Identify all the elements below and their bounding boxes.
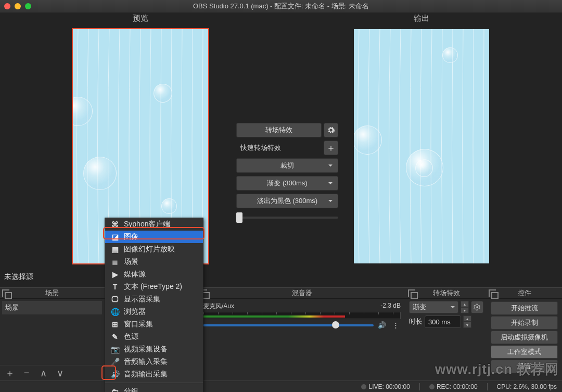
menu-item[interactable]: ▶媒体源 [105,268,203,281]
mixer-dock: 麦克风/Aux -2.3 dB 🔊 ⋮ [198,299,406,381]
menu-item-label: 文本 (FreeType 2) [124,282,182,292]
menu-item[interactable]: ◪图像 [105,231,203,243]
dock-header-mixer[interactable]: 混音器 [198,287,406,299]
dock-header-transitions[interactable]: 转场特效 [406,287,487,299]
add-scene-button[interactable]: ＋ [4,368,16,379]
transition-select[interactable]: 渐变 [409,301,458,313]
menu-item-label: 场景 [124,257,138,267]
menu-item-label: 图像 [124,232,138,242]
status-cpu: CPU: 2.6%, 30.00 fps [497,383,557,390]
menu-item-label: Syphon客户端 [124,220,170,229]
menu-item[interactable]: ▤图像幻灯片放映 [105,243,203,256]
dock-header-controls[interactable]: 控件 [487,287,562,299]
vu-meter [203,312,401,319]
volume-slider[interactable] [203,324,374,326]
menu-item[interactable]: 📷视频采集设备 [105,343,203,356]
scenes-dock: 场景 ＋ − ∧ ∨ [0,299,104,381]
plus-icon[interactable]: ＋ [324,141,338,155]
menu-item-icon: ✎ [110,333,120,341]
svg-point-1 [476,306,478,308]
gear-icon[interactable] [324,123,338,137]
menu-item[interactable]: ⊞窗口采集 [105,318,203,331]
status-bar: LIVE: 00:00:00 REC: 00:00:00 CPU: 2.6%, … [0,381,562,392]
menu-item-icon: ▤ [110,245,120,254]
scene-up-button[interactable]: ∧ [37,368,49,379]
menu-item[interactable]: 🌐浏览器 [105,306,203,318]
status-rec: REC: 00:00:00 [437,383,478,390]
menu-item-icon: 🔊 [110,370,120,378]
menu-item[interactable]: 🔊音频输出采集 [105,368,203,381]
mixer-channel-level: -2.3 dB [380,302,401,311]
status-live: LIVE: 00:00:00 [368,383,410,390]
menu-item-icon: 📷 [110,345,120,353]
titlebar: OBS Studio 27.0.1 (mac) - 配置文件: 未命名 - 场景… [0,0,562,12]
output-label: 输出 [281,12,562,24]
preview-label: 预览 [0,12,281,24]
menu-item-label: 图像幻灯片放映 [124,245,175,254]
menu-item-label: 分组 [124,387,138,392]
menu-item-icon: ⊞ [110,320,120,328]
transition-button[interactable]: 转场特效 [236,123,322,137]
output-canvas[interactable] [354,29,489,263]
transition-slider[interactable] [236,211,338,224]
remove-scene-button[interactable]: − [21,368,32,379]
menu-item-label: 媒体源 [124,270,146,279]
quick-transition-select-1[interactable]: 裁切 [236,158,338,173]
gear-icon[interactable] [471,301,483,313]
transition-spinner[interactable]: ▲▼ [461,301,469,313]
menu-item-icon: 🌐 [110,308,120,316]
menu-item-label: 音频输入采集 [124,357,168,366]
menu-item[interactable]: T文本 (FreeType 2) [105,281,203,293]
view-header: 预览 输出 [0,12,562,24]
scenes-toolbar: ＋ − ∧ ∨ [0,365,104,381]
scene-item[interactable]: 场景 [2,301,102,314]
quick-transition-label: 快速转场特效 [236,141,322,155]
speaker-icon[interactable]: 🔊 [377,321,387,329]
menu-item-icon: ≣ [110,258,120,266]
duration-input[interactable] [425,315,461,328]
preview-area: 转场特效 快速转场特效 ＋ 裁切 渐变 (300ms) 淡出为黑色 (300ms… [0,24,562,269]
menu-item-icon: 🎤 [110,358,120,366]
quick-transition-select-3[interactable]: 淡出为黑色 (300ms) [236,194,338,208]
menu-item[interactable]: ≣场景 [105,256,203,268]
menu-item-label: 音频输出采集 [124,370,168,379]
scene-down-button[interactable]: ∨ [54,368,66,379]
duration-label: 时长 [409,317,423,326]
rec-dot-icon [429,384,435,389]
menu-item-label: 窗口采集 [124,320,153,329]
studio-mode-button[interactable]: 工作室模式 [491,345,558,359]
dock-header-scenes[interactable]: 场景 [0,287,104,299]
menu-item-label: 视频采集设备 [124,345,168,354]
menu-separator [105,383,203,383]
popout-icon[interactable] [2,289,9,297]
popout-icon[interactable] [489,289,496,297]
menu-item-label: 显示器采集 [124,295,160,304]
menu-item-icon: ▶ [110,270,120,279]
mixer-channel-name: 麦克风/Aux [203,302,234,311]
folder-icon: 🗀 [110,387,120,392]
menu-item-icon: ⌘ [110,220,120,229]
popout-icon[interactable] [408,289,415,297]
start-stream-button[interactable]: 开始推流 [491,301,558,315]
menu-item[interactable]: 🎤音频输入采集 [105,356,203,368]
menu-item[interactable]: ✎色源 [105,331,203,343]
menu-item[interactable]: ⌘Syphon客户端 [105,218,203,231]
menu-item-label: 浏览器 [124,307,146,317]
more-icon[interactable]: ⋮ [390,321,401,329]
window-title: OBS Studio 27.0.1 (mac) - 配置文件: 未命名 - 场景… [0,2,562,11]
add-source-menu[interactable]: ⌘Syphon客户端◪图像▤图像幻灯片放映≣场景▶媒体源T文本 (FreeTyp… [105,218,203,392]
quick-transition-select-2[interactable]: 渐变 (300ms) [236,176,338,191]
transition-center-panel: 转场特效 快速转场特效 ＋ 裁切 渐变 (300ms) 淡出为黑色 (300ms… [236,123,338,224]
transitions-dock: 渐变 ▲▼ 时长 ▲▼ [406,299,487,381]
settings-button[interactable]: 设置 [491,360,558,373]
menu-item[interactable]: 🖵显示器采集 [105,293,203,306]
duration-spinner[interactable]: ▲▼ [463,315,471,328]
menu-item-icon: ◪ [110,233,120,241]
live-dot-icon [361,384,366,389]
menu-item-label: 色源 [124,332,138,342]
menu-item-group[interactable]: 🗀 分组 [105,385,203,392]
mixer-channel: 麦克风/Aux -2.3 dB 🔊 ⋮ [200,301,404,330]
menu-item-icon: 🖵 [110,295,120,304]
start-record-button[interactable]: 开始录制 [491,316,558,330]
start-vcam-button[interactable]: 启动虚拟摄像机 [491,331,558,344]
